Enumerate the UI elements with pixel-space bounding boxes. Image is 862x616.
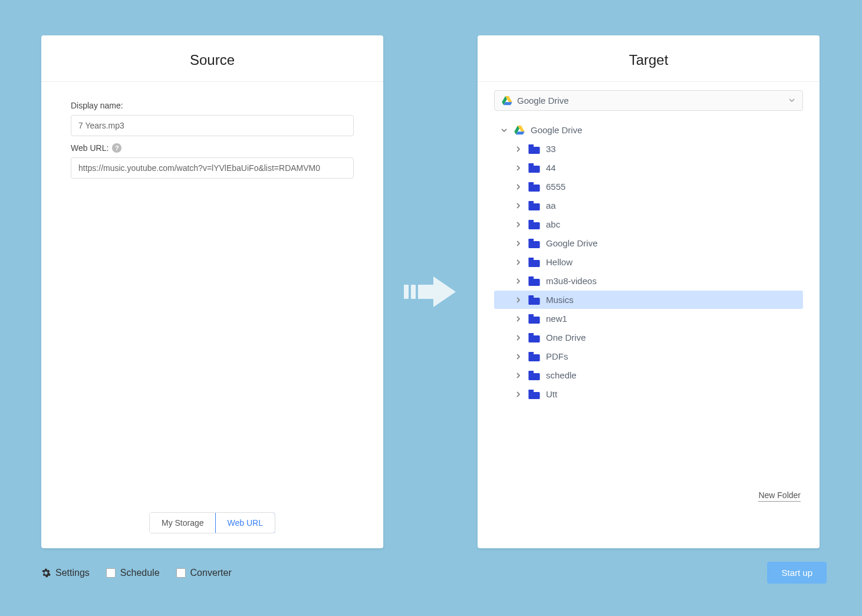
- settings-link[interactable]: Settings: [41, 568, 90, 578]
- chevron-right-icon[interactable]: [514, 296, 522, 304]
- chevron-down-icon: [788, 95, 795, 106]
- folder-icon: [528, 239, 540, 248]
- svg-rect-4: [528, 182, 534, 184]
- svg-rect-7: [528, 239, 534, 241]
- display-name-input[interactable]: [71, 115, 354, 136]
- tree-folder-item[interactable]: 33: [494, 140, 803, 158]
- web-url-input[interactable]: [71, 157, 354, 179]
- help-icon[interactable]: ?: [112, 143, 121, 153]
- tree-folder-item[interactable]: abc: [494, 215, 803, 233]
- chevron-right-icon[interactable]: [514, 371, 522, 380]
- converter-checkbox[interactable]: Converter: [176, 568, 232, 578]
- source-tabs: My Storage Web URL: [149, 512, 275, 533]
- source-panel: Source Display name: Web URL: ? My Stora…: [41, 35, 383, 548]
- svg-rect-1: [411, 285, 416, 299]
- web-url-label: Web URL: ?: [71, 143, 354, 153]
- transfer-arrow-icon: [401, 274, 460, 309]
- folder-icon: [528, 258, 540, 267]
- footer: Settings Schedule Converter Start up: [41, 562, 827, 584]
- folder-label: m3u8-videos: [546, 276, 597, 286]
- chevron-right-icon[interactable]: [514, 258, 522, 266]
- folder-label: abc: [546, 219, 560, 229]
- chevron-right-icon[interactable]: [514, 315, 522, 323]
- checkbox-icon: [176, 568, 186, 578]
- tree-folder-item[interactable]: Hellow: [494, 253, 803, 271]
- tree-folder-item[interactable]: Utt: [494, 385, 803, 403]
- source-body: Display name: Web URL: ? My Storage Web …: [41, 82, 383, 548]
- target-panel: Target Google Drive: [478, 35, 820, 548]
- chevron-right-icon[interactable]: [514, 164, 522, 172]
- chevron-right-icon[interactable]: [514, 353, 522, 361]
- tree-folder-item[interactable]: new1: [494, 309, 803, 328]
- folder-icon: [528, 314, 540, 324]
- folder-icon: [528, 371, 540, 380]
- svg-rect-13: [528, 352, 534, 354]
- chevron-right-icon[interactable]: [514, 334, 522, 342]
- folder-label: 44: [546, 163, 556, 173]
- chevron-right-icon[interactable]: [514, 220, 522, 229]
- tree-folder-item[interactable]: m3u8-videos: [494, 272, 803, 290]
- svg-rect-14: [528, 371, 534, 373]
- folder-icon: [528, 182, 540, 192]
- schedule-checkbox[interactable]: Schedule: [106, 568, 160, 578]
- folder-icon: [528, 295, 540, 305]
- folder-icon: [528, 163, 540, 173]
- gear-icon: [41, 568, 51, 578]
- folder-icon: [528, 201, 540, 210]
- tree-root[interactable]: Google Drive: [494, 121, 803, 139]
- drive-select-label: Google Drive: [517, 95, 569, 106]
- tree-folder-item[interactable]: Google Drive: [494, 234, 803, 252]
- tree-root-label: Google Drive: [531, 125, 583, 135]
- chevron-right-icon[interactable]: [514, 277, 522, 285]
- drive-select[interactable]: Google Drive: [494, 90, 803, 111]
- tree-folder-item[interactable]: 6555: [494, 177, 803, 196]
- new-folder-link[interactable]: New Folder: [758, 490, 801, 502]
- folder-icon: [528, 144, 540, 154]
- folder-label: Musics: [546, 295, 574, 305]
- svg-rect-5: [528, 201, 534, 203]
- display-name-label: Display name:: [71, 101, 354, 110]
- chevron-right-icon[interactable]: [514, 145, 522, 153]
- tab-my-storage[interactable]: My Storage: [150, 513, 216, 533]
- svg-rect-2: [528, 144, 534, 146]
- target-body: Google Drive: [478, 82, 820, 548]
- tree-folder-item[interactable]: 44: [494, 159, 803, 177]
- start-button[interactable]: Start up: [767, 562, 827, 584]
- folder-tree[interactable]: Google Drive 33446555aaabcGoogle DriveHe…: [494, 120, 803, 485]
- google-drive-icon: [502, 96, 512, 106]
- tab-web-url[interactable]: Web URL: [215, 512, 275, 533]
- svg-rect-12: [528, 333, 534, 335]
- svg-rect-3: [528, 163, 534, 165]
- folder-label: PDFs: [546, 351, 568, 361]
- folder-icon: [528, 390, 540, 399]
- folder-label: new1: [546, 314, 567, 324]
- folder-label: 6555: [546, 182, 565, 192]
- chevron-down-icon[interactable]: [500, 126, 508, 134]
- tree-folder-item[interactable]: schedle: [494, 366, 803, 384]
- tree-folder-item[interactable]: Musics: [494, 291, 803, 309]
- chevron-right-icon[interactable]: [514, 239, 522, 248]
- folder-label: aa: [546, 200, 556, 210]
- folder-label: Google Drive: [546, 238, 598, 248]
- target-title: Target: [478, 35, 820, 82]
- source-title: Source: [41, 35, 383, 82]
- tree-folder-item[interactable]: aa: [494, 196, 803, 215]
- google-drive-icon: [514, 126, 525, 135]
- chevron-right-icon[interactable]: [514, 183, 522, 191]
- tree-folder-item[interactable]: One Drive: [494, 328, 803, 347]
- tree-folder-item[interactable]: PDFs: [494, 347, 803, 365]
- chevron-right-icon[interactable]: [514, 202, 522, 210]
- checkbox-icon: [106, 568, 116, 578]
- folder-label: Utt: [546, 389, 557, 399]
- chevron-right-icon[interactable]: [514, 390, 522, 398]
- svg-rect-6: [528, 220, 534, 222]
- folder-label: 33: [546, 144, 556, 154]
- svg-rect-11: [528, 314, 534, 316]
- svg-rect-0: [404, 285, 409, 299]
- svg-rect-15: [528, 390, 534, 391]
- folder-icon: [528, 276, 540, 286]
- folder-label: schedle: [546, 370, 577, 380]
- folder-label: Hellow: [546, 257, 573, 267]
- folder-icon: [528, 352, 540, 361]
- svg-rect-9: [528, 276, 534, 278]
